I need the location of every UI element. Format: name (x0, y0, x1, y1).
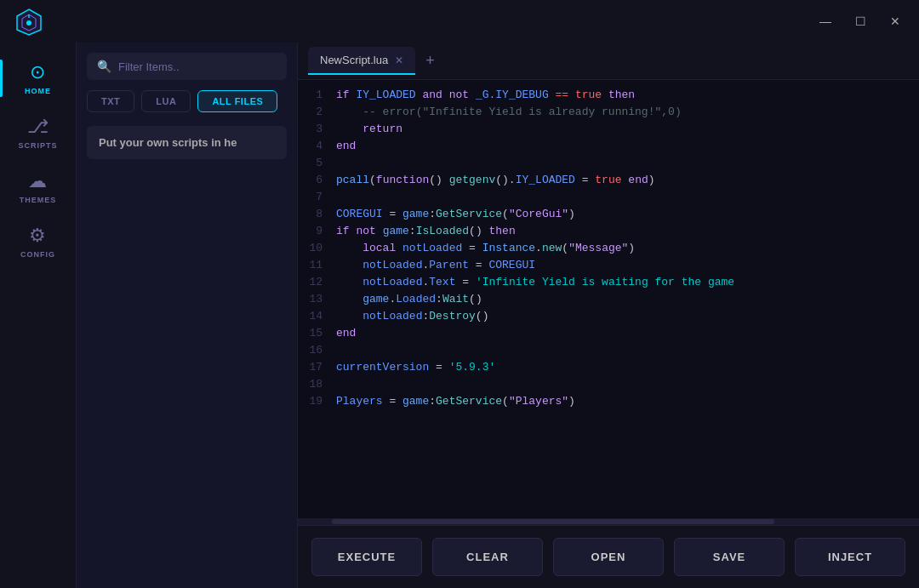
code-line-2: 2 -- error("Infinite Yield is already ru… (298, 104, 919, 121)
scripts-hint: Put your own scripts in he (87, 126, 287, 159)
token: IY_LOADED (516, 174, 575, 186)
scripts-icon: ⎇ (27, 116, 49, 138)
line-content: if not game:IsLoaded() then (336, 223, 919, 240)
token (442, 88, 449, 101)
horizontal-scrollbar[interactable] (298, 518, 919, 525)
token: Destroy (429, 310, 476, 323)
line-content: if IY_LOADED and not _G.IY_DEBUG == true… (336, 87, 919, 104)
code-line-15: 15end (298, 325, 919, 342)
sidebar-item-home[interactable]: ⊙ HOME (0, 51, 76, 106)
token: : (436, 293, 442, 305)
sidebar-item-config[interactable]: ⚙ CONFIG (0, 214, 76, 269)
line-number: 8 (298, 206, 336, 223)
token: notLoaded (402, 242, 462, 254)
token: = (575, 174, 595, 186)
token (396, 242, 402, 254)
tab-newscript[interactable]: NewScript.lua ✕ (308, 47, 415, 75)
token: . (535, 242, 542, 254)
line-number: 6 (298, 172, 336, 189)
home-icon: ⊙ (30, 61, 46, 83)
code-line-3: 3 return (298, 121, 919, 138)
add-tab-button[interactable]: + (419, 49, 442, 73)
line-content: return (336, 121, 919, 138)
filter-allfiles-button[interactable]: ALL FILES (197, 90, 277, 112)
token (336, 259, 362, 271)
code-line-6: 6pcall(function() getgenv().IY_LOADED = … (298, 172, 919, 189)
save-button[interactable]: SAVE (674, 538, 785, 576)
close-button[interactable]: ✕ (885, 11, 905, 31)
execute-button[interactable]: EXECUTE (311, 538, 422, 576)
code-line-19: 19Players = game:GetService("Players") (298, 393, 919, 410)
token: ) (568, 395, 575, 408)
token: IY_LOADED (356, 88, 415, 101)
filter-txt-button[interactable]: TXT (87, 90, 134, 112)
token: ) (568, 208, 575, 220)
token: local (362, 242, 396, 254)
line-number: 2 (298, 104, 336, 121)
token: if (336, 88, 356, 101)
code-line-7: 7 (298, 189, 919, 206)
inject-button[interactable]: INJECT (795, 538, 905, 576)
search-input[interactable] (118, 60, 277, 73)
tabs-bar: NewScript.lua ✕ + (298, 43, 919, 80)
code-line-4: 4end (298, 138, 919, 155)
token (568, 88, 575, 101)
search-icon: 🔍 (97, 60, 111, 73)
line-content: pcall(function() getgenv().IY_LOADED = t… (336, 172, 919, 189)
line-number: 10 (298, 240, 336, 257)
token: () (469, 293, 482, 305)
token: GetService (436, 395, 502, 408)
token: "CoreGui" (509, 208, 568, 220)
code-editor[interactable]: 1if IY_LOADED and not _G.IY_DEBUG == tru… (298, 80, 919, 518)
code-line-5: 5 (298, 155, 919, 172)
sidebar-label-config: CONFIG (20, 250, 55, 259)
open-button[interactable]: OPEN (553, 538, 664, 576)
token: Instance (482, 242, 535, 254)
token: : (429, 208, 436, 220)
sidebar-item-themes[interactable]: ☁ THEMES (0, 160, 76, 214)
line-number: 17 (298, 359, 336, 376)
token: notLoaded (362, 310, 422, 323)
search-box: 🔍 (87, 53, 287, 80)
token: IsLoaded (416, 225, 469, 237)
token: true (575, 88, 602, 101)
tab-close-icon[interactable]: ✕ (395, 54, 403, 66)
code-line-11: 11 notLoaded.Parent = COREGUI (298, 257, 919, 274)
maximize-button[interactable]: ☐ (850, 11, 871, 31)
sidebar-label-scripts: SCRIPTS (18, 141, 57, 150)
scrollbar-thumb[interactable] (332, 519, 774, 524)
line-content (336, 376, 919, 393)
token: new (542, 242, 562, 254)
line-number: 14 (298, 308, 336, 325)
token: end (336, 140, 356, 152)
line-content (336, 155, 919, 172)
minimize-button[interactable]: — (814, 11, 836, 31)
clear-button[interactable]: CLEAR (432, 538, 543, 576)
token: : (429, 395, 436, 408)
token: = (469, 259, 488, 271)
token: COREGUI (488, 259, 535, 271)
code-line-18: 18 (298, 376, 919, 393)
token: end (628, 174, 648, 186)
sidebar-item-scripts[interactable]: ⎇ SCRIPTS (0, 106, 76, 160)
themes-icon: ☁ (28, 170, 48, 192)
code-line-8: 8COREGUI = game:GetService("CoreGui") (298, 206, 919, 223)
token: COREGUI (336, 208, 383, 220)
line-content: -- error("Infinite Yield is already runn… (336, 104, 919, 121)
token: "Message" (568, 242, 628, 254)
main-layout: ⊙ HOME ⎇ SCRIPTS ☁ THEMES ⚙ CONFIG 🔍 TXT… (0, 43, 919, 588)
line-number: 13 (298, 291, 336, 308)
token: Wait (442, 293, 469, 305)
token: function (376, 174, 429, 186)
filter-lua-button[interactable]: LUA (141, 90, 191, 112)
svg-point-2 (26, 20, 31, 26)
token: ( (502, 208, 509, 220)
token (336, 106, 362, 118)
token: game (383, 225, 409, 237)
code-line-17: 17currentVersion = '5.9.3' (298, 359, 919, 376)
line-number: 16 (298, 342, 336, 359)
code-line-10: 10 local notLoaded = Instance.new("Messa… (298, 240, 919, 257)
token: return (362, 123, 402, 135)
line-content: end (336, 325, 919, 342)
token: GetService (436, 208, 502, 220)
